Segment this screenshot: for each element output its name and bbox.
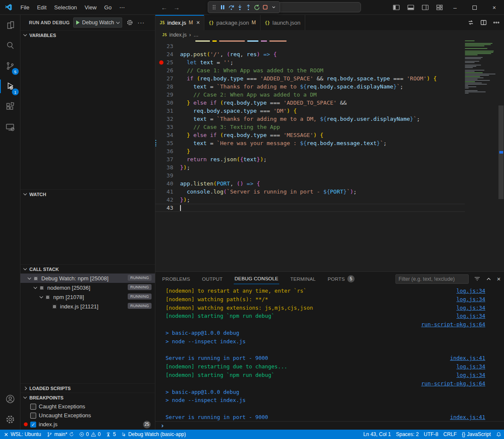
callstack-row[interactable]: npm [21078]RUNNING <box>20 292 155 302</box>
debug-status-item[interactable]: Debug Watch (basic-app) <box>118 430 189 439</box>
gutter[interactable]: 37 <box>155 155 180 163</box>
panel-tab-problems[interactable]: PROBLEMS <box>161 274 191 284</box>
source-link[interactable]: log.js:34 <box>456 371 485 379</box>
more-actions-icon[interactable] <box>493 19 500 26</box>
callstack-row[interactable]: nodemon [25036]RUNNING <box>20 283 155 292</box>
tab-indexjs[interactable]: JS index.js M × <box>155 15 204 30</box>
tab-launchjson[interactable]: {} launch.json <box>261 15 305 30</box>
launch-settings-gear-icon[interactable] <box>126 19 133 26</box>
source-link[interactable]: log.js:34 <box>456 304 485 312</box>
search-icon[interactable] <box>0 35 20 56</box>
panel-tab-ports[interactable]: PORTS5 <box>327 273 355 285</box>
checkbox-indexjs-breakpoint[interactable]: ✓ <box>30 422 36 428</box>
drag-handle-icon[interactable] <box>210 3 218 12</box>
gutter[interactable]: 40 <box>155 180 180 188</box>
tab-packagejson[interactable]: {} package.json M <box>204 15 261 30</box>
callstack-row[interactable]: index.js [21121]RUNNING <box>20 302 155 311</box>
gutter[interactable]: 23 <box>155 42 180 50</box>
filter-icon[interactable] <box>474 276 481 282</box>
gutter[interactable]: 42 <box>155 196 180 204</box>
section-breakpoints[interactable]: BREAKPOINTS <box>20 393 155 402</box>
source-link[interactable]: index.js:41 <box>450 354 485 362</box>
minimap[interactable] <box>465 40 497 94</box>
close-button[interactable]: × <box>484 0 504 15</box>
breadcrumb-symbol[interactable]: … <box>194 32 199 38</box>
toggle-panel-icon[interactable] <box>407 5 414 10</box>
run-and-debug-icon[interactable]: 1 <box>0 76 20 97</box>
eol-item[interactable]: CRLF <box>441 430 459 439</box>
step-over-icon[interactable] <box>227 3 235 12</box>
gutter[interactable]: 41 <box>155 188 180 196</box>
section-call-stack[interactable]: CALL STACK <box>20 264 155 274</box>
accounts-icon[interactable] <box>0 389 20 409</box>
console-filter-input[interactable] <box>395 274 469 284</box>
gutter[interactable]: 39 <box>155 171 180 180</box>
indentation-item[interactable]: Spaces: 2 <box>393 430 421 439</box>
gutter[interactable]: 28 <box>155 83 180 91</box>
gutter[interactable]: 34 <box>155 131 180 139</box>
section-loaded-scripts[interactable]: LOADED SCRIPTS <box>20 383 155 393</box>
menu-item-edit[interactable]: Edit <box>33 4 50 11</box>
open-changes-icon[interactable] <box>467 19 474 26</box>
start-debugging-icon[interactable] <box>76 20 80 25</box>
gutter[interactable]: 38 <box>155 163 180 171</box>
checkbox-uncaught-exceptions[interactable] <box>30 413 36 419</box>
source-link[interactable]: run-script-pkg.js:64 <box>421 320 485 329</box>
extensions-icon[interactable] <box>0 97 20 117</box>
debug-console-input[interactable]: › <box>155 421 504 430</box>
menu-item-selection[interactable]: Selection <box>50 4 80 11</box>
breadcrumb[interactable]: JS index.js › … <box>155 30 504 40</box>
source-control-icon[interactable]: 5 <box>0 56 20 76</box>
toggle-sidebar-icon[interactable] <box>393 5 400 10</box>
ports-item[interactable]: 5 <box>103 430 118 439</box>
back-icon[interactable]: ← <box>161 4 167 11</box>
gutter[interactable]: 24 <box>155 50 180 58</box>
checkbox-caught-exceptions[interactable] <box>30 404 36 410</box>
source-link[interactable]: index.js:41 <box>450 413 485 421</box>
source-link[interactable]: run-script-pkg.js:64 <box>421 379 485 388</box>
breadcrumb-file[interactable]: index.js <box>169 32 187 38</box>
panel-tab-terminal[interactable]: TERMINAL <box>289 274 317 284</box>
gutter[interactable]: 31 <box>155 107 180 115</box>
collapse-panel-icon[interactable] <box>486 276 492 282</box>
stop-icon[interactable] <box>261 3 269 12</box>
views-more-actions-icon[interactable]: ··· <box>137 19 145 26</box>
minimize-button[interactable]: – <box>445 0 465 15</box>
gutter[interactable]: 30 <box>155 99 180 107</box>
menu-item-view[interactable]: View <box>81 4 100 11</box>
breakpoint-row-uncaught[interactable]: Uncaught Exceptions <box>20 411 155 420</box>
section-watch[interactable]: WATCH <box>20 189 155 199</box>
step-out-icon[interactable] <box>244 3 252 12</box>
gutter[interactable]: 26 <box>155 66 180 74</box>
pause-icon[interactable] <box>219 3 226 12</box>
code-editor[interactable]: 2324app.post('/', (req, res) => {25 let … <box>155 40 504 271</box>
panel-tab-debug-console[interactable]: DEBUG CONSOLE <box>234 274 279 284</box>
gutter[interactable]: 33 <box>155 123 180 131</box>
explorer-icon[interactable] <box>0 15 20 35</box>
menu-item-file[interactable]: File <box>17 4 33 11</box>
callstack-row[interactable]: Debug Watch: npm [25008]RUNNING <box>20 274 155 283</box>
close-tab-icon[interactable]: × <box>196 19 200 26</box>
git-branch-item[interactable]: main* <box>44 430 77 439</box>
menu-item-go[interactable]: Go <box>100 4 115 11</box>
gutter[interactable]: 35 <box>155 139 180 147</box>
restart-icon[interactable] <box>253 3 261 12</box>
editor-scrollbar[interactable] <box>498 40 504 271</box>
step-into-icon[interactable] <box>236 3 243 12</box>
gutter[interactable]: 25 <box>155 58 180 66</box>
gutter[interactable]: 29 <box>155 91 180 99</box>
forward-icon[interactable]: → <box>173 4 180 11</box>
stop-options-chevron-icon[interactable] <box>270 3 278 12</box>
gutter[interactable]: 32 <box>155 115 180 123</box>
breakpoint-dot[interactable] <box>159 60 163 65</box>
settings-gear-icon[interactable] <box>0 409 20 430</box>
toggle-secondary-sidebar-icon[interactable] <box>422 5 429 10</box>
source-link[interactable]: log.js:34 <box>456 287 485 295</box>
breakpoint-row-indexjs[interactable]: ✓ index.js 25 <box>20 420 155 429</box>
section-variables[interactable]: VARIABLES <box>20 30 155 40</box>
source-link[interactable]: log.js:34 <box>456 312 485 320</box>
gutter[interactable]: 43 <box>155 204 180 212</box>
language-mode-item[interactable]: {} JavaScript <box>459 430 493 439</box>
menu-item-[interactable]: ⋯ <box>115 4 129 11</box>
panel-tab-output[interactable]: OUTPUT <box>201 274 223 284</box>
